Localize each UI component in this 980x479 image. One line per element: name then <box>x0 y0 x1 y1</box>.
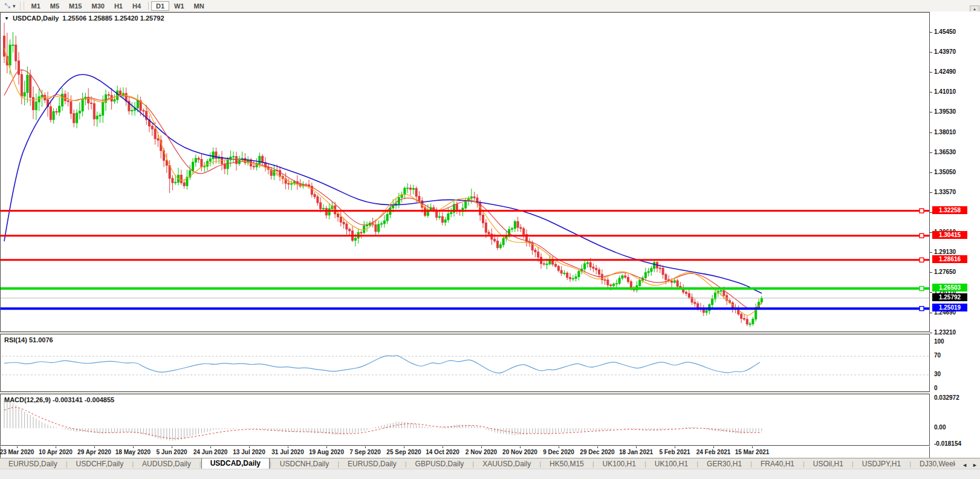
date-axis-label: 19 Aug 2020 <box>309 449 344 455</box>
chart-tab-fra40[interactable]: FRA40,H1 <box>752 459 803 469</box>
chart-tab-usdchf[interactable]: USDCHF,Daily <box>68 459 132 469</box>
candle-body <box>499 245 501 248</box>
candle-body <box>120 91 122 94</box>
candle-body <box>482 215 484 223</box>
candle-body <box>662 268 664 274</box>
candle-body <box>143 111 144 111</box>
rsi-axis-label: 100 <box>934 338 944 345</box>
date-axis[interactable]: 23 Mar 202010 Apr 202029 Apr 202018 May … <box>0 446 930 458</box>
candle-body <box>572 278 574 279</box>
price-chart-pane[interactable]: ▼ USDCAD,Daily 1.25506 1.25885 1.25420 1… <box>0 12 930 332</box>
candle-body <box>337 214 339 217</box>
candle-body <box>9 45 11 65</box>
candle-body <box>212 152 214 158</box>
candle-body <box>38 97 40 102</box>
candle-body <box>183 183 185 186</box>
candle-body <box>24 93 25 96</box>
candle-body <box>93 103 95 119</box>
tabs-scroll-right-icon[interactable]: ► <box>972 462 978 468</box>
candle-body <box>465 201 467 208</box>
candle-body <box>473 197 475 198</box>
date-axis-tick <box>17 446 18 448</box>
chart-symbol-label: USDCAD,Daily <box>13 15 59 22</box>
timeframe-button-m15[interactable]: M15 <box>64 1 86 11</box>
macd-axis-label: 0.032972 <box>934 394 959 401</box>
candle-body <box>665 275 667 279</box>
date-axis-tick <box>56 446 56 448</box>
timeframe-button-w1[interactable]: W1 <box>169 1 189 11</box>
candle-body <box>407 188 409 189</box>
line-handle-marker[interactable] <box>920 209 924 213</box>
chart-tab-audusd[interactable]: AUDUSD,Daily <box>134 459 200 469</box>
candle-body <box>354 238 356 241</box>
date-axis-tick <box>288 446 288 448</box>
level-price-badge: 1.28616 <box>932 255 967 263</box>
tool-dropdown-caret-icon[interactable]: ▾ <box>13 3 16 9</box>
price-axis-label: 1.23210 <box>934 329 956 336</box>
candle-body <box>244 158 246 163</box>
candle-body <box>209 159 211 161</box>
line-handle-marker[interactable] <box>920 307 924 311</box>
macd-axis-label: 0.00 <box>934 424 946 431</box>
chart-tab-dj30[interactable]: DJ30,Weekly <box>911 459 955 469</box>
rsi-indicator-pane[interactable]: RSI(14) 51.0076 <box>0 334 930 392</box>
candle-body <box>215 152 217 158</box>
timeframe-button-m30[interactable]: M30 <box>87 1 109 11</box>
candle-body <box>73 114 75 123</box>
chart-tab-hk50[interactable]: HK50,M15 <box>541 459 592 469</box>
chart-tab-uk100[interactable]: UK100,H1 <box>594 459 644 469</box>
price-axis[interactable]: 1.454501.439701.424901.410101.395301.380… <box>930 11 980 458</box>
candle-body <box>488 232 490 234</box>
chart-tab-usdjpy[interactable]: USDJPY,H1 <box>854 459 909 469</box>
timeframe-button-m1[interactable]: M1 <box>27 1 45 11</box>
timeframe-button-mn[interactable]: MN <box>189 1 209 11</box>
price-axis-tick <box>930 172 932 173</box>
chart-tab-gbpusd[interactable]: GBPUSD,Daily <box>407 459 473 469</box>
toolbar-grip[interactable] <box>20 2 24 10</box>
ma-mid-line <box>4 70 762 309</box>
price-axis-label: 1.43970 <box>934 48 956 55</box>
line-handle-marker[interactable] <box>920 287 924 291</box>
candle-body <box>180 175 182 183</box>
candle-body <box>592 267 594 268</box>
candle-body <box>607 280 609 285</box>
chart-tab-xauusd[interactable]: XAUUSD,Daily <box>474 459 539 469</box>
trading-terminal-window: ⤡ ▾ M1M5M15M30H1H4D1W1MN ▴ ▼ USDCAD,Dail… <box>0 0 980 479</box>
candle-body <box>12 45 14 45</box>
timeframe-button-h4[interactable]: H4 <box>128 1 146 11</box>
level-price-badge: 1.25019 <box>932 304 967 311</box>
chart-tab-usdcnh[interactable]: USDCNH,Daily <box>271 459 337 469</box>
tabs-scroll-left-icon[interactable]: ◄ <box>962 462 967 468</box>
timeframe-button-m5[interactable]: M5 <box>45 1 64 11</box>
price-axis-label: 1.33570 <box>934 189 956 195</box>
candle-body <box>560 270 562 273</box>
candle-body <box>589 262 591 267</box>
date-axis-label: 31 Jul 2020 <box>271 449 303 455</box>
timeframe-button-d1[interactable]: D1 <box>151 1 169 11</box>
candle-body <box>201 160 203 167</box>
candle-body <box>4 36 5 56</box>
chart-tab-usoil[interactable]: USOil,H1 <box>805 459 852 469</box>
date-axis-tick <box>365 446 366 448</box>
line-handle-marker[interactable] <box>920 233 924 238</box>
date-axis-tick <box>443 446 443 448</box>
line-handle-marker[interactable] <box>920 258 924 262</box>
candle-body <box>412 188 414 189</box>
candlestick-chart <box>1 13 929 331</box>
candle-body <box>117 91 118 99</box>
chart-tab-uk100[interactable]: UK100,H1 <box>646 459 696 469</box>
chart-tab-usdcad[interactable]: USDCAD,Daily <box>201 458 270 469</box>
candle-body <box>328 209 330 215</box>
chart-tab-eurusd[interactable]: EURUSD,Daily <box>0 459 66 469</box>
candle-body <box>673 281 675 282</box>
candle-body <box>366 225 368 226</box>
date-axis-label: 5 Feb 2021 <box>659 449 690 455</box>
candle-body <box>56 111 57 112</box>
chart-tab-eurusd[interactable]: EURUSD,Daily <box>339 459 405 469</box>
price-axis-label: 1.38010 <box>934 129 956 135</box>
chart-tab-ger30[interactable]: GER30,H1 <box>698 459 750 469</box>
macd-indicator-pane[interactable]: MACD(12,26,9) -0.003141 -0.004855 <box>0 394 930 446</box>
chart-title-marker-icon[interactable]: ▼ <box>4 16 9 21</box>
timeframe-button-h1[interactable]: H1 <box>109 1 128 11</box>
crosshair-tool-icon[interactable]: ⤡ <box>2 1 13 10</box>
